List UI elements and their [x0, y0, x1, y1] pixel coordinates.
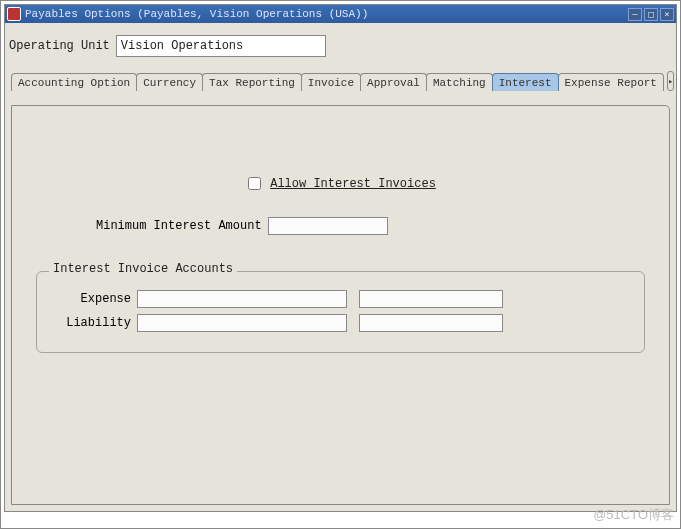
allow-interest-invoices-checkbox[interactable] — [248, 177, 261, 190]
tab-approval[interactable]: Approval — [360, 73, 427, 91]
tab-tax-reporting[interactable]: Tax Reporting — [202, 73, 302, 91]
interest-invoice-accounts-legend: Interest Invoice Accounts — [49, 262, 237, 276]
tab-invoice[interactable]: Invoice — [301, 73, 361, 91]
liability-label: Liability — [51, 316, 131, 330]
expense-label: Expense — [51, 292, 131, 306]
liability-code-field[interactable] — [137, 314, 347, 332]
liability-desc-field[interactable] — [359, 314, 503, 332]
minimize-button[interactable]: — — [628, 8, 642, 21]
tab-matching[interactable]: Matching — [426, 73, 493, 91]
tab-expense-report[interactable]: Expense Report — [558, 73, 664, 91]
app-icon — [7, 7, 21, 21]
operating-unit-field[interactable] — [116, 35, 326, 57]
client-area: Operating Unit Accounting Option Currenc… — [5, 23, 676, 511]
window-frame: Payables Options (Payables, Vision Opera… — [4, 4, 677, 512]
interest-invoice-accounts-group: Interest Invoice Accounts Expense Liabil… — [36, 271, 645, 353]
minimum-interest-amount-label: Minimum Interest Amount — [96, 219, 262, 233]
expense-code-field[interactable] — [137, 290, 347, 308]
expense-desc-field[interactable] — [359, 290, 503, 308]
maximize-button[interactable]: □ — [644, 8, 658, 21]
allow-interest-invoices-label: Allow Interest Invoices — [270, 177, 436, 191]
operating-unit-label: Operating Unit — [9, 39, 110, 53]
titlebar: Payables Options (Payables, Vision Opera… — [5, 5, 676, 23]
window-title: Payables Options (Payables, Vision Opera… — [25, 8, 628, 20]
tab-interest[interactable]: Interest — [492, 73, 559, 91]
close-button[interactable]: × — [660, 8, 674, 21]
tab-accounting-option[interactable]: Accounting Option — [11, 73, 137, 91]
minimum-interest-amount-field[interactable] — [268, 217, 388, 235]
tab-currency[interactable]: Currency — [136, 73, 203, 91]
tab-overflow-button[interactable]: ▸ — [667, 71, 674, 91]
tab-panel-interest: Allow Interest Invoices Minimum Interest… — [11, 105, 670, 505]
tabstrip: Accounting Option Currency Tax Reporting… — [11, 69, 670, 91]
